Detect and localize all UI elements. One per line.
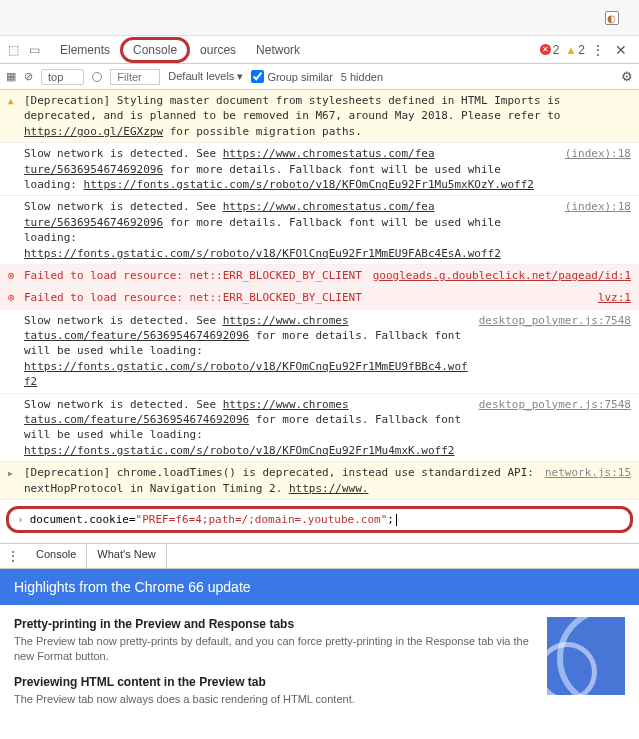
warning-count-badge[interactable]: ▲2 — [565, 43, 585, 57]
err-icon — [8, 290, 24, 305]
browser-chrome-top — [0, 0, 639, 36]
warn-icon — [8, 93, 24, 139]
prompt-code: document.cookie="PREF=f6=4;path=/;domain… — [30, 513, 397, 526]
info-icon — [8, 397, 24, 459]
info-icon — [8, 146, 24, 192]
wn-body-2: The Preview tab now always does a basic … — [14, 692, 531, 707]
drawer-tab-whatsnew[interactable]: What's New — [87, 544, 166, 568]
whatsnew-illustration — [547, 617, 625, 695]
devtools-toolbar: ⬚ ▭ Elements Console ources Network ✕2 ▲… — [0, 36, 639, 64]
wn-heading-1: Pretty-printing in the Preview and Respo… — [14, 617, 531, 631]
tab-sources[interactable]: ources — [190, 37, 246, 63]
drawer-tab-console[interactable]: Console — [26, 544, 87, 568]
device-toggle-icon[interactable]: ▭ — [29, 43, 40, 57]
message-text: Slow network is detected. See https://ww… — [24, 199, 557, 261]
drawer-menu-icon[interactable]: ⋮ — [0, 544, 26, 568]
tab-elements[interactable]: Elements — [50, 37, 120, 63]
wn-heading-2: Previewing HTML content in the Preview t… — [14, 675, 531, 689]
message-text: Slow network is detected. See https://ww… — [24, 397, 471, 459]
whatsnew-header: Highlights from the Chrome 66 update — [0, 569, 639, 605]
message-text: [Deprecation] Styling master document fr… — [24, 93, 631, 139]
log-levels-dropdown[interactable]: Default levels ▾ — [168, 70, 243, 83]
console-message: Slow network is detected. See https://ww… — [0, 310, 639, 394]
wn-body-1: The Preview tab now pretty-prints by def… — [14, 634, 531, 665]
more-menu-icon[interactable]: ⋮ — [591, 42, 605, 58]
context-selector[interactable]: top — [41, 69, 84, 85]
message-text: Failed to load resource: net::ERR_BLOCKE… — [24, 268, 365, 283]
drawer-tabs: ⋮ Console What's New — [0, 543, 639, 569]
message-text: Slow network is detected. See https://ww… — [24, 146, 557, 192]
console-message: Failed to load resource: net::ERR_BLOCKE… — [0, 287, 639, 309]
tab-network[interactable]: Network — [246, 37, 310, 63]
err-icon — [8, 268, 24, 283]
group-similar-checkbox[interactable]: Group similar — [251, 70, 332, 83]
message-source-link[interactable]: network.js:15 — [545, 465, 631, 496]
info-icon — [8, 199, 24, 261]
console-prompt[interactable]: › document.cookie="PREF=f6=4;path=/;doma… — [6, 506, 633, 533]
console-message: Slow network is detected. See https://ww… — [0, 196, 639, 265]
message-source-link[interactable]: desktop_polymer.js:7548 — [479, 313, 631, 390]
message-source-link[interactable]: desktop_polymer.js:7548 — [479, 397, 631, 459]
console-message: Slow network is detected. See https://ww… — [0, 394, 639, 463]
console-filter-bar: ▦ ⊘ top Default levels ▾ Group similar 5… — [0, 64, 639, 90]
message-source-link[interactable]: (index):18 — [565, 146, 631, 192]
hidden-count: 5 hidden — [341, 71, 383, 83]
filter-input[interactable] — [110, 69, 160, 85]
tab-console[interactable]: Console — [120, 37, 190, 63]
message-text: [Deprecation] chrome.loadTimes() is depr… — [24, 465, 537, 496]
warn-icon — [8, 465, 24, 496]
live-expression-icon[interactable] — [92, 72, 102, 82]
page-info-icon[interactable] — [605, 11, 619, 25]
close-devtools-icon[interactable]: ✕ — [611, 42, 631, 58]
console-message: [Deprecation] chrome.loadTimes() is depr… — [0, 462, 639, 500]
whatsnew-panel: Pretty-printing in the Preview and Respo… — [0, 605, 639, 729]
prompt-arrow-icon: › — [17, 513, 24, 526]
console-message: Slow network is detected. See https://ww… — [0, 143, 639, 196]
sidebar-toggle-icon[interactable]: ▦ — [6, 70, 16, 83]
message-source-link[interactable]: (index):18 — [565, 199, 631, 261]
message-text: Slow network is detected. See https://ww… — [24, 313, 471, 390]
message-source-link[interactable]: googleads.g.doubleclick.net/pagead/id:1 — [373, 268, 631, 283]
message-text: Failed to load resource: net::ERR_BLOCKE… — [24, 290, 590, 305]
console-message: [Deprecation] Styling master document fr… — [0, 90, 639, 143]
console-messages: [Deprecation] Styling master document fr… — [0, 90, 639, 500]
error-count-badge[interactable]: ✕2 — [540, 43, 560, 57]
info-icon — [8, 313, 24, 390]
clear-console-icon[interactable]: ⊘ — [24, 70, 33, 83]
message-source-link[interactable]: lvz:1 — [598, 290, 631, 305]
console-settings-icon[interactable]: ⚙ — [621, 69, 633, 84]
console-message: Failed to load resource: net::ERR_BLOCKE… — [0, 265, 639, 287]
inspect-icon[interactable]: ⬚ — [8, 43, 19, 57]
